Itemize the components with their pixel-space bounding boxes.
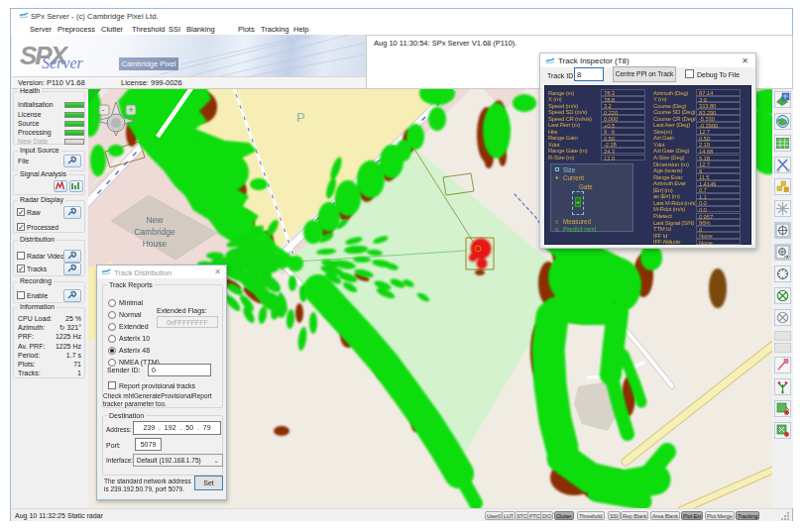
svg-text:-: - [102, 105, 105, 115]
svg-text:P: P [296, 110, 305, 125]
svg-text:+: + [129, 105, 134, 115]
